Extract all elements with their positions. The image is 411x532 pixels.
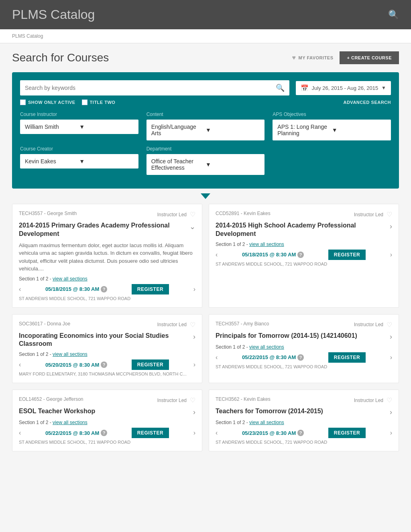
help-icon[interactable]: ? (101, 286, 107, 292)
prev-session-icon[interactable]: ‹ (19, 429, 21, 437)
favorite-heart-icon[interactable]: ♡ (387, 321, 392, 329)
course-instructor-label: Course Instructor (20, 112, 138, 117)
view-sections-link[interactable]: view all sections (249, 344, 284, 350)
create-course-label: + CREATE COURSE (347, 55, 392, 60)
card-session-row: ‹ 05/18/2015 @ 8:30 AM ? REGISTER › (19, 284, 195, 294)
next-session-icon[interactable]: › (193, 361, 195, 368)
card-title: Teachers for Tomorrow (2014-2015) (216, 407, 387, 416)
card-top: TECH3557 - Amy Bianco Instructor Led ♡ (216, 321, 392, 329)
empty-filter-placeholder (273, 146, 391, 175)
card-type-fav: Instructor Led ♡ (157, 396, 195, 404)
department-select[interactable]: Office of Teacher Effectiveness ▼ (146, 154, 265, 175)
view-sections-link[interactable]: view all sections (53, 276, 87, 282)
department-arrow-icon: ▼ (206, 161, 260, 168)
breadcrumb: PLMS Catalog (0, 29, 411, 43)
card-chevron-icon[interactable]: › (193, 333, 195, 341)
card-type: Instructor Led (157, 398, 187, 403)
course-instructor-select[interactable]: William Smith ▼ (20, 120, 138, 134)
next-session-icon[interactable]: › (193, 286, 195, 293)
register-button[interactable]: REGISTER (132, 284, 169, 294)
help-icon[interactable]: ? (101, 430, 107, 436)
section-info: Section 1 of 2 - view all sections (19, 351, 195, 357)
date-picker[interactable]: 📅 July 26, 2015 - Aug 26, 2015 ▼ (296, 81, 391, 95)
register-button[interactable]: REGISTER (132, 428, 169, 438)
card-session-row: ‹ 05/20/2015 @ 8:30 AM ? REGISTER › (19, 359, 195, 370)
help-icon[interactable]: ? (297, 430, 304, 436)
search-options-row: SHOW ONLY ACTIVE TITLE TWO ADVANCED SEAR… (20, 99, 391, 105)
session-date: 05/22/2015 @ 8:30 AM ? (242, 354, 304, 361)
filter-row-2: Course Creator Kevin Eakes ▼ Department … (20, 146, 391, 175)
help-icon[interactable]: ? (101, 361, 107, 368)
card-top: TECH3557 - George Smith Instructor Led ♡ (19, 211, 195, 218)
my-favorites-label: MY FAVORITES (299, 55, 334, 60)
create-course-button[interactable]: + CREATE COURSE (340, 51, 399, 64)
card-chevron-icon[interactable]: › (193, 408, 195, 416)
aps-objectives-value: APS 1: Long Range Planning (277, 124, 332, 136)
course-creator-select[interactable]: Kevin Eakes ▼ (20, 154, 138, 169)
help-icon[interactable]: ? (297, 252, 304, 258)
header-search-icon[interactable]: 🔍 (388, 10, 399, 20)
search-input[interactable] (25, 85, 276, 91)
prev-session-icon[interactable]: ‹ (216, 429, 218, 437)
card-title-row: Teachers for Tomorrow (2014-2015) › (216, 407, 392, 416)
card-chevron-icon[interactable]: › (390, 222, 392, 231)
card-chevron-icon[interactable]: › (390, 408, 392, 416)
prev-session-icon[interactable]: ‹ (19, 286, 21, 293)
courses-grid: TECH3557 - George Smith Instructor Led ♡… (12, 204, 399, 451)
prev-session-icon[interactable]: ‹ (216, 251, 218, 258)
favorite-heart-icon[interactable]: ♡ (387, 396, 392, 404)
search-submit-button[interactable]: 🔍 (276, 83, 285, 92)
search-top-row: 🔍 📅 July 26, 2015 - Aug 26, 2015 ▼ (20, 80, 391, 95)
favorite-heart-icon[interactable]: ♡ (387, 211, 392, 218)
card-chevron-icon[interactable]: ⌄ (189, 222, 195, 231)
date-dropdown-arrow-icon: ▼ (381, 85, 386, 91)
card-top: EOL14652 - George Jefferson Instructor L… (19, 396, 195, 404)
next-session-icon[interactable]: › (390, 354, 392, 361)
prev-session-icon[interactable]: ‹ (216, 354, 218, 361)
next-session-icon[interactable]: › (193, 429, 195, 437)
card-type: Instructor Led (354, 322, 383, 327)
card-location: ST ANDREWS MIDDLE SCHOOL, 721 WAPPOO ROA… (19, 296, 195, 301)
page-content: Search for Courses ♥ MY FAVORITES + CREA… (0, 43, 411, 532)
prev-session-icon[interactable]: ‹ (19, 361, 21, 368)
card-type-fav: Instructor Led ♡ (354, 321, 392, 329)
favorite-heart-icon[interactable]: ♡ (190, 321, 195, 329)
card-code: TECH3557 - George Smith (19, 211, 77, 216)
register-button[interactable]: REGISTER (328, 250, 366, 260)
help-icon[interactable]: ? (297, 354, 304, 361)
aps-objectives-select[interactable]: APS 1: Long Range Planning ▼ (273, 120, 391, 140)
view-sections-link[interactable]: view all sections (249, 242, 284, 247)
content-arrow-icon: ▼ (206, 127, 260, 133)
my-favorites-button[interactable]: ♥ MY FAVORITES (292, 54, 334, 61)
view-sections-link[interactable]: view all sections (53, 420, 87, 425)
view-sections-link[interactable]: view all sections (249, 420, 284, 425)
course-creator-filter: Course Creator Kevin Eakes ▼ (20, 146, 138, 175)
card-title: 2014-2015 Primary Grades Academy Profess… (19, 221, 186, 238)
content-select[interactable]: English/Language Arts ▼ (146, 120, 265, 140)
course-card: CCD52891 - Kevin Eakes Instructor Led ♡ … (209, 204, 399, 308)
page-title-row: Search for Courses ♥ MY FAVORITES + CREA… (12, 51, 399, 64)
panel-caret-arrow (201, 193, 210, 199)
register-button[interactable]: REGISTER (328, 428, 366, 438)
show-only-active-box (20, 99, 26, 105)
favorite-heart-icon[interactable]: ♡ (190, 211, 195, 218)
view-sections-link[interactable]: view all sections (53, 351, 87, 357)
card-code: EOL14652 - George Jefferson (19, 396, 83, 402)
advanced-search-link[interactable]: ADVANCED SEARCH (343, 100, 391, 105)
register-button[interactable]: REGISTER (132, 359, 169, 370)
checkboxes: SHOW ONLY ACTIVE TITLE TWO (20, 99, 115, 105)
favorite-heart-icon[interactable]: ♡ (190, 396, 195, 404)
next-session-icon[interactable]: › (390, 251, 392, 258)
title-two-checkbox[interactable]: TITLE TWO (82, 99, 116, 105)
next-session-icon[interactable]: › (390, 429, 392, 437)
show-only-active-checkbox[interactable]: SHOW ONLY ACTIVE (20, 99, 75, 105)
course-card: TECH3557 - George Smith Instructor Led ♡… (12, 204, 202, 308)
card-chevron-icon[interactable]: › (390, 333, 392, 341)
card-top: CCD52891 - Kevin Eakes Instructor Led ♡ (216, 211, 392, 218)
register-button[interactable]: REGISTER (328, 352, 366, 363)
card-title-row: 2014-2015 High School Academy Profession… (216, 221, 392, 238)
card-session-row: ‹ 05/22/2015 @ 8:30 AM ? REGISTER › (19, 428, 195, 438)
department-value: Office of Teacher Effectiveness (151, 158, 206, 171)
aps-objectives-arrow-icon: ▼ (332, 127, 386, 133)
search-input-wrap[interactable]: 🔍 (20, 80, 289, 95)
